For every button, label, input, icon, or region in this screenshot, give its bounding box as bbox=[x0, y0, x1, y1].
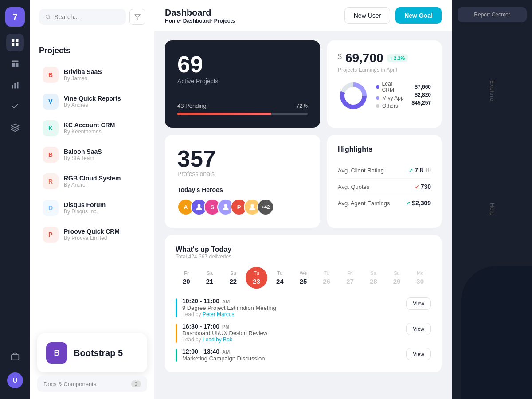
docs-label: Docs & Components bbox=[43, 381, 96, 387]
project-item-2[interactable]: K KC Account CRM By Keenthemes bbox=[39, 116, 145, 141]
filter-icon bbox=[134, 14, 141, 20]
event-view-btn-3[interactable]: View bbox=[406, 348, 431, 360]
earnings-top: $ 69,700 ↑ 2.2% bbox=[338, 51, 431, 65]
calendar-day-2[interactable]: Su22 bbox=[222, 267, 244, 289]
page-title: Dashboard bbox=[165, 8, 235, 18]
sidebar-icon-grid[interactable] bbox=[6, 34, 24, 51]
calendar-day-4[interactable]: Tu24 bbox=[269, 267, 291, 289]
event-name-2: Dashboard UI/UX Design Review bbox=[182, 330, 267, 336]
projects-title: Projects bbox=[39, 46, 145, 55]
project-name-4: RGB Cloud System bbox=[64, 175, 121, 182]
highlight-label-rating: Avg. Client Rating bbox=[338, 167, 384, 174]
calendar-day-7[interactable]: Fri27 bbox=[339, 267, 361, 289]
calendar-day-3[interactable]: Tu23 bbox=[246, 267, 267, 289]
project-by-1: By Andres bbox=[64, 102, 121, 108]
project-name-0: Briviba SaaS bbox=[64, 68, 102, 75]
bootstrap-card[interactable]: B Bootstrap 5 bbox=[37, 333, 147, 372]
event-time-2: 16:30 - 17:00 PM bbox=[182, 323, 267, 330]
professionals-label: Professionals bbox=[177, 170, 308, 177]
project-item-1[interactable]: V Vine Quick Reports By Andres bbox=[39, 89, 145, 114]
svg-rect-3 bbox=[16, 43, 19, 46]
calendar-days: Fr20Sa21Su22Tu23Tu24We25Tu26Fri27Sa28Su2… bbox=[176, 267, 431, 289]
whats-up-title: What's up Today bbox=[176, 246, 431, 254]
project-name-6: Proove Quick CRM bbox=[64, 228, 120, 235]
donut-chart bbox=[338, 80, 369, 111]
arrow-up-icon: ↗ bbox=[409, 168, 413, 173]
right-sidebar: Report Cecnter Explore Help Buy now bbox=[452, 0, 532, 399]
event-lead-2: Lead by Lead by Bob bbox=[182, 336, 267, 343]
svg-rect-1 bbox=[16, 39, 19, 42]
highlight-row-quotes: Avg. Quotes ↙ 730 bbox=[338, 179, 431, 195]
progress-bar-fill bbox=[177, 113, 271, 115]
arrow-down-icon: ↙ bbox=[415, 184, 419, 190]
svg-rect-10 bbox=[12, 355, 19, 360]
event-item-1: 10:20 - 11:00 AM 9 Degree Project Estima… bbox=[176, 297, 431, 317]
middle-row: 357 Professionals Today's Heroes A S P bbox=[165, 135, 442, 228]
svg-point-17 bbox=[224, 204, 227, 207]
event-lead-link-1[interactable]: Peter Marcus bbox=[203, 311, 234, 317]
event-lead-link-2[interactable]: Lead by Bob bbox=[203, 336, 232, 343]
heroes-label: Today's Heroes bbox=[177, 186, 308, 193]
calendar-day-0[interactable]: Fr20 bbox=[176, 267, 197, 289]
filter-button[interactable] bbox=[129, 9, 145, 25]
earnings-amount: 69,700 bbox=[345, 51, 383, 65]
highlight-val-earnings: ↗ $2,309 bbox=[406, 200, 431, 207]
event-bar-2 bbox=[176, 324, 177, 343]
highlight-label-quotes: Avg. Quotes bbox=[338, 184, 369, 190]
event-bar-1 bbox=[176, 298, 177, 317]
event-view-btn-1[interactable]: View bbox=[406, 297, 431, 310]
search-input[interactable] bbox=[54, 13, 120, 20]
highlight-row-earnings: Avg. Agent Earnings ↗ $2,309 bbox=[338, 195, 431, 211]
project-by-3: By SIA Team bbox=[64, 155, 102, 161]
pending-count: 43 Pending bbox=[177, 102, 207, 109]
project-item-0[interactable]: B Briviba SaaS By James bbox=[39, 63, 145, 87]
project-icon-4: R bbox=[43, 173, 59, 189]
event-view-btn-2[interactable]: View bbox=[406, 323, 431, 335]
bottom-user-avatar[interactable]: U bbox=[7, 372, 23, 388]
highlights-card: Highlights Avg. Client Rating ↗ 7.8 10 A… bbox=[327, 135, 442, 228]
sidebar-icons: 7 U bbox=[0, 0, 30, 399]
professionals-card: 357 Professionals Today's Heroes A S P bbox=[165, 135, 320, 228]
svg-rect-9 bbox=[17, 82, 18, 89]
highlight-label-earnings: Avg. Agent Earnings bbox=[338, 200, 390, 207]
search-bar[interactable] bbox=[39, 9, 126, 25]
event-item-3: 12:00 - 13:40 AM Marketing Campaign Disc… bbox=[176, 348, 431, 362]
sidebar-icon-check[interactable] bbox=[6, 98, 24, 115]
event-item-2: 16:30 - 17:00 PM Dashboard UI/UX Design … bbox=[176, 323, 431, 343]
highlights-title: Highlights bbox=[338, 145, 431, 153]
user-badge[interactable]: 7 bbox=[5, 7, 25, 27]
project-icon-2: K bbox=[43, 120, 59, 136]
project-by-0: By James bbox=[64, 75, 102, 82]
report-center-button[interactable]: Report Cecnter bbox=[458, 7, 527, 22]
docs-bar[interactable]: Docs & Components 2 bbox=[37, 376, 147, 392]
sidebar-icon-briefcase[interactable] bbox=[6, 348, 24, 365]
calendar-day-6[interactable]: Tu26 bbox=[316, 267, 337, 289]
highlight-val-rating: ↗ 7.8 10 bbox=[409, 167, 431, 174]
calendar-day-10[interactable]: Mo30 bbox=[409, 267, 431, 289]
calendar-day-5[interactable]: We25 bbox=[293, 267, 314, 289]
calendar-day-9[interactable]: Su29 bbox=[386, 267, 408, 289]
sidebar-icon-dashboard[interactable] bbox=[6, 55, 24, 73]
sidebar-icon-chart[interactable] bbox=[6, 76, 24, 94]
event-time-1: 10:20 - 11:00 AM bbox=[182, 297, 276, 305]
progress-section: 43 Pending 72% bbox=[177, 102, 308, 115]
calendar-day-8[interactable]: Sa28 bbox=[363, 267, 384, 289]
dark-curve bbox=[461, 266, 532, 399]
event-name-1: 9 Degree Project Estimation Meeting bbox=[182, 305, 276, 311]
project-item-3[interactable]: B Baloon SaaS By SIA Team bbox=[39, 142, 145, 167]
sidebar-icon-layers[interactable] bbox=[6, 119, 24, 137]
project-icon-1: V bbox=[43, 94, 59, 110]
svg-rect-7 bbox=[12, 85, 13, 89]
top-bar: Dashboard Home- Dashboard- Projects New … bbox=[154, 0, 452, 31]
earnings-card: $ 69,700 ↑ 2.2% Projects Earnings in Apr… bbox=[327, 40, 442, 128]
svg-rect-2 bbox=[12, 43, 15, 46]
calendar-day-1[interactable]: Sa21 bbox=[199, 267, 221, 289]
new-user-button[interactable]: New User bbox=[344, 7, 390, 24]
project-item-6[interactable]: P Proove Quick CRM By Proove Limited bbox=[39, 222, 145, 247]
new-goal-button[interactable]: New Goal bbox=[395, 7, 442, 24]
project-item-4[interactable]: R RGB Cloud System By Andrei bbox=[39, 169, 145, 194]
earnings-subtitle: Projects Earnings in April bbox=[338, 67, 431, 73]
professionals-count: 357 bbox=[177, 147, 308, 170]
breadcrumb: Home- Dashboard- Projects bbox=[165, 18, 235, 24]
project-item-5[interactable]: D Disqus Forum By Disqus Inc. bbox=[39, 196, 145, 220]
